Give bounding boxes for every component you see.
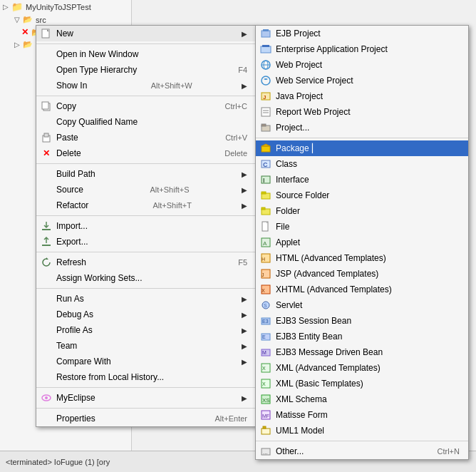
svg-rect-6: [42, 229, 51, 230]
run-as-arrow: ▶: [242, 295, 247, 303]
menu-item-show-in[interactable]: Show In Alt+Shift+W ▶: [36, 78, 256, 93]
menu-item-refactor[interactable]: Refactor Alt+Shift+T ▶: [36, 197, 256, 213]
menu-item-profile-as[interactable]: Profile As ▶: [36, 322, 256, 338]
menu-item-myeclipse[interactable]: MyEclipse ▶: [36, 390, 256, 406]
submenu-item-folder[interactable]: Folder: [256, 203, 468, 219]
sep-6: [36, 387, 256, 388]
menu-item-run-as[interactable]: Run As ▶: [36, 291, 256, 307]
svg-rect-11: [262, 31, 270, 37]
submenu-item-interface[interactable]: I Interface: [256, 172, 468, 188]
svg-text:X: X: [262, 381, 266, 386]
menu-item-export[interactable]: Export...: [36, 234, 256, 250]
menu-item-open-type-hierarchy[interactable]: Open Type Hierarchy F4: [36, 62, 256, 78]
refresh-icon: [41, 257, 52, 268]
paste-icon: [41, 132, 52, 143]
submenu-item-uml1[interactable]: UML1 Model: [256, 423, 468, 438]
source-arrow: ▶: [242, 186, 247, 194]
submenu-item-ejb-project[interactable]: EJB Project: [256, 26, 468, 41]
submenu-item-web-service[interactable]: Web Service Project: [256, 73, 468, 88]
submenu-item-class[interactable]: C Class: [256, 156, 468, 172]
submenu-item-matisse[interactable]: MF Matisse Form: [256, 407, 468, 423]
menu-item-build-path[interactable]: Build Path ▶: [36, 166, 256, 182]
submenu-sep-0: [256, 138, 468, 138]
svg-text:X: X: [262, 366, 266, 371]
sidebar-item-src[interactable]: ▽ 📂 src: [0, 14, 131, 26]
svg-text:J: J: [262, 272, 264, 277]
svg-text:E3: E3: [262, 319, 269, 324]
context-menu[interactable]: New ▶ Open in New Window Open Type Hiera…: [36, 25, 257, 427]
sidebar-item-project[interactable]: ▷ 📁 MyUnityToJSPTest: [0, 0, 131, 14]
submenu-item-other-label: Other...: [276, 446, 304, 456]
menu-item-delete[interactable]: ✕ Delete Delete: [36, 145, 256, 161]
svg-text:H: H: [262, 257, 265, 262]
submenu-item-other[interactable]: ... Other... Ctrl+N: [256, 443, 468, 459]
submenu-item-source-folder[interactable]: Source Folder: [256, 188, 468, 203]
xhtml-icon: X: [260, 284, 271, 295]
debug-as-arrow: ▶: [242, 311, 247, 319]
submenu-item-web-project[interactable]: Web Project: [256, 57, 468, 73]
submenu-item-ejb3-entity[interactable]: E EJB3 Entity Bean: [256, 329, 468, 344]
ejb3-msg-icon: M: [260, 347, 271, 358]
menu-item-new[interactable]: New ▶: [36, 26, 256, 41]
menu-item-debug-as[interactable]: Debug As ▶: [36, 307, 256, 322]
submenu-item-ejb3-msg[interactable]: M EJB3 Message Driven Bean: [256, 344, 468, 360]
submenu-item-xml-basic[interactable]: X XML (Basic Templates): [256, 376, 468, 391]
bottom-text: <terminated> IoFugue (1) [: [6, 458, 99, 466]
submenu-item-project-label: Project...: [276, 123, 309, 133]
submenu-item-report-label: Report Web Project: [276, 107, 351, 117]
submenu-item-package[interactable]: Package ▏: [256, 140, 468, 156]
sep-0: [36, 43, 256, 44]
submenu-item-web-label: Web Project: [276, 60, 322, 70]
submenu-item-html[interactable]: H HTML (Advanced Templates): [256, 250, 468, 266]
submenu-item-java-project[interactable]: J Java Project: [256, 88, 468, 104]
submenu-item-xhtml-label: XHTML (Advanced Templates): [276, 284, 392, 294]
submenu-item-project[interactable]: Project...: [256, 120, 468, 135]
menu-item-properties[interactable]: Properties Alt+Enter: [36, 411, 256, 426]
menu-item-source[interactable]: Source Alt+Shift+S ▶: [36, 182, 256, 197]
menu-item-copy[interactable]: Copy Ctrl+C: [36, 98, 256, 114]
menu-item-paste[interactable]: Paste Ctrl+V: [36, 130, 256, 145]
submenu-item-xml-schema[interactable]: XS XML Schema: [256, 391, 468, 407]
submenu-item-class-label: Class: [276, 159, 297, 169]
import-icon: [41, 220, 52, 232]
myeclipse-icon: [41, 392, 52, 404]
svg-text:...: ...: [263, 449, 268, 456]
submenu-item-matisse-label: Matisse Form: [276, 410, 328, 420]
menu-item-assign-working-sets[interactable]: Assign Working Sets...: [36, 270, 256, 286]
menu-item-import[interactable]: Import...: [36, 218, 256, 234]
submenu-item-package-label: Package: [276, 143, 309, 153]
menu-item-refresh[interactable]: Refresh F5: [36, 255, 256, 270]
interface-icon: I: [260, 174, 271, 185]
svg-rect-7: [42, 245, 51, 246]
menu-item-copy-qualified[interactable]: Copy Qualified Name: [36, 114, 256, 130]
submenu-item-file[interactable]: File: [256, 219, 468, 235]
submenu-item-xhtml[interactable]: X XHTML (Advanced Templates): [256, 282, 468, 297]
sep-1: [36, 96, 256, 96]
submenu-item-servlet[interactable]: S Servlet: [256, 297, 468, 313]
svg-text:I: I: [263, 177, 265, 184]
source-folder-icon: [260, 190, 271, 201]
submenu-item-ejb3-session-label: EJB3 Session Bean: [276, 316, 351, 326]
file-icon: [260, 221, 271, 232]
menu-item-open-new-window[interactable]: Open in New Window: [36, 46, 256, 62]
submenu-item-jsp[interactable]: J JSP (Advanced Templates): [256, 266, 468, 282]
new-icon: [41, 28, 52, 39]
export-icon: [41, 236, 52, 247]
menu-item-restore-local-history[interactable]: Restore from Local History...: [36, 369, 256, 385]
menu-item-team[interactable]: Team ▶: [36, 338, 256, 354]
submenu-item-enterprise-app[interactable]: Enterprise Application Project: [256, 41, 468, 57]
submenu-item-report-web[interactable]: Report Web Project: [256, 104, 468, 120]
cursor: ▏: [312, 143, 319, 153]
submenu-item-xml-advanced[interactable]: X XML (Advanced Templates): [256, 360, 468, 376]
svg-rect-14: [262, 45, 269, 47]
class-icon: C: [260, 158, 271, 170]
submenu-item-applet-label: Applet: [276, 237, 300, 247]
servlet-icon: S: [260, 299, 271, 311]
ejb-project-icon: [260, 28, 271, 39]
html-icon: H: [260, 252, 271, 264]
menu-item-compare-with[interactable]: Compare With ▶: [36, 354, 256, 369]
submenu-item-applet[interactable]: A Applet: [256, 235, 468, 250]
submenu-item-ejb3-session[interactable]: E3 EJB3 Session Bean: [256, 313, 468, 329]
profile-as-arrow: ▶: [242, 327, 247, 334]
submenu[interactable]: EJB Project Enterprise Application Proje…: [255, 25, 469, 460]
